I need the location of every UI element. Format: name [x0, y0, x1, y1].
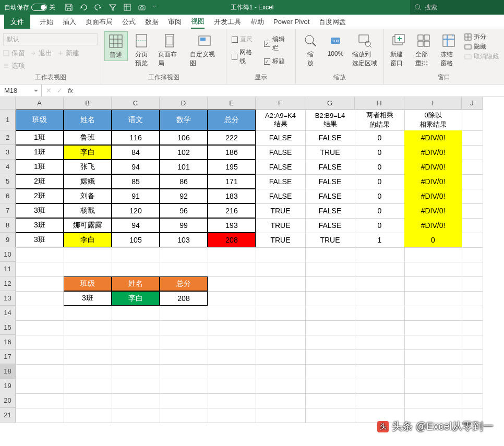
fx-icon[interactable]: fx [68, 87, 73, 94]
row-header-8[interactable]: 8 [0, 218, 16, 233]
table-cell[interactable]: 娜可露露 [64, 218, 112, 233]
lookup-header[interactable]: 总分 [160, 276, 208, 291]
row-header-2[interactable]: 2 [0, 130, 16, 145]
col-header-G[interactable]: G [305, 97, 355, 110]
lookup-cell[interactable]: 208 [160, 291, 208, 306]
col-header-I[interactable]: I [404, 97, 462, 110]
table-cell[interactable]: 李白 [64, 145, 112, 160]
calc-cell[interactable]: FALSE [305, 174, 355, 189]
table-cell[interactable]: 216 [208, 203, 256, 218]
tab-开始[interactable]: 开始 [40, 15, 53, 29]
calc-cell[interactable]: 0 [355, 130, 404, 145]
row-header-19[interactable]: 19 [0, 379, 16, 393]
col-header-E[interactable]: E [208, 97, 256, 110]
row-header-16[interactable]: 16 [0, 335, 16, 349]
tab-插入[interactable]: 插入 [63, 15, 76, 29]
new-window-button[interactable]: 新建窗口 [387, 31, 410, 69]
row-header-11[interactable]: 11 [0, 262, 16, 276]
col-header-F[interactable]: F [256, 97, 305, 110]
row-header-15[interactable]: 15 [0, 320, 16, 335]
undo-icon[interactable] [79, 3, 88, 11]
calc-cell[interactable]: FALSE [256, 189, 305, 203]
table-cell[interactable]: 1班 [16, 130, 64, 145]
table-cell[interactable]: 195 [208, 160, 256, 174]
table-cell[interactable]: 222 [208, 130, 256, 145]
col-header-D[interactable]: D [160, 97, 208, 110]
calc-cell[interactable]: #DIV/0! [404, 189, 462, 203]
calc-cell[interactable]: FALSE [305, 160, 355, 174]
table-cell[interactable]: 1班 [16, 160, 64, 174]
calc-cell[interactable]: #DIV/0! [404, 203, 462, 218]
row-header-10[interactable]: 10 [0, 247, 16, 262]
table-cell[interactable]: 94 [112, 218, 160, 233]
table-cell[interactable]: 3班 [16, 203, 64, 218]
table-cell[interactable]: 2班 [16, 174, 64, 189]
table-cell[interactable]: 103 [160, 233, 208, 247]
table-cell[interactable]: 84 [112, 145, 160, 160]
row-header-7[interactable]: 7 [0, 203, 16, 218]
row-header-20[interactable]: 20 [0, 393, 16, 408]
custom-view-button[interactable]: 自定义视图 [187, 31, 223, 69]
row-header-18[interactable]: 18 [0, 364, 16, 379]
camera-icon[interactable] [138, 3, 146, 11]
table-cell[interactable]: 91 [112, 189, 160, 203]
calc-cell[interactable]: TRUE [256, 218, 305, 233]
form-icon[interactable] [123, 3, 131, 11]
tab-Power Pivot[interactable]: Power Pivot [273, 15, 309, 29]
arrange-all-button[interactable]: 全部重排 [412, 31, 435, 69]
calc-cell[interactable]: 0 [355, 160, 404, 174]
row-header-12[interactable]: 12 [0, 276, 16, 291]
row-header-4[interactable]: 4 [0, 160, 16, 174]
tab-视图[interactable]: 视图 [191, 15, 205, 29]
calc-cell[interactable]: #DIV/0! [404, 174, 462, 189]
hide-button[interactable]: 隐藏 [464, 42, 499, 51]
col-header-C[interactable]: C [112, 97, 160, 110]
table-cell[interactable]: 101 [160, 160, 208, 174]
gridlines-checkbox[interactable]: 网格线 [230, 47, 260, 66]
calc-cell[interactable]: FALSE [256, 160, 305, 174]
autosave-toggle[interactable]: 自动保存 关 [0, 3, 59, 12]
calc-cell[interactable]: FALSE [305, 203, 355, 218]
calc-cell[interactable]: FALSE [305, 130, 355, 145]
table-cell[interactable]: 1班 [16, 145, 64, 160]
save-icon[interactable] [65, 3, 73, 11]
calc-cell[interactable]: TRUE [256, 233, 305, 247]
tab-文件[interactable]: 文件 [4, 15, 30, 29]
zoom-100-button[interactable]: 100 100% [324, 31, 347, 58]
tab-帮助[interactable]: 帮助 [250, 15, 264, 29]
page-layout-button[interactable]: 页面布局 [155, 31, 185, 69]
table-header[interactable]: 总分 [208, 110, 256, 130]
table-cell[interactable]: 鲁班 [64, 130, 112, 145]
row-header-6[interactable]: 6 [0, 189, 16, 203]
table-cell[interactable]: 3班 [16, 233, 64, 247]
table-cell[interactable]: 92 [160, 189, 208, 203]
tab-百度网盘[interactable]: 百度网盘 [319, 15, 346, 29]
table-cell[interactable]: 李白 [64, 233, 112, 247]
calc-cell[interactable]: FALSE [305, 218, 355, 233]
table-cell[interactable]: 120 [112, 203, 160, 218]
table-cell[interactable]: 94 [112, 160, 160, 174]
table-cell[interactable]: 2班 [16, 189, 64, 203]
calc-cell[interactable]: 0 [404, 233, 462, 247]
table-cell[interactable]: 116 [112, 130, 160, 145]
calc-cell[interactable]: #DIV/0! [404, 130, 462, 145]
row-header-14[interactable]: 14 [0, 306, 16, 320]
lookup-header[interactable]: 班级 [64, 276, 112, 291]
table-header[interactable]: 数学 [160, 110, 208, 130]
table-header[interactable]: 姓名 [64, 110, 112, 130]
calc-cell[interactable]: FALSE [256, 145, 305, 160]
tab-页面布局[interactable]: 页面布局 [86, 15, 113, 29]
table-cell[interactable]: 183 [208, 189, 256, 203]
row-header-5[interactable]: 5 [0, 174, 16, 189]
calc-header[interactable]: B2:B9=L4结果 [305, 110, 355, 130]
lookup-cell[interactable]: 3班 [64, 291, 112, 306]
calc-cell[interactable]: TRUE [256, 203, 305, 218]
row-header-13[interactable]: 13 [0, 291, 16, 306]
zoom-button[interactable]: 缩 放 [299, 31, 322, 69]
freeze-panes-button[interactable]: * 冻结窗格 [437, 31, 460, 69]
table-header[interactable]: 班级 [16, 110, 64, 130]
table-cell[interactable]: 85 [112, 174, 160, 189]
row-header-9[interactable]: 9 [0, 233, 16, 247]
table-header[interactable]: 语文 [112, 110, 160, 130]
table-cell[interactable]: 106 [160, 130, 208, 145]
